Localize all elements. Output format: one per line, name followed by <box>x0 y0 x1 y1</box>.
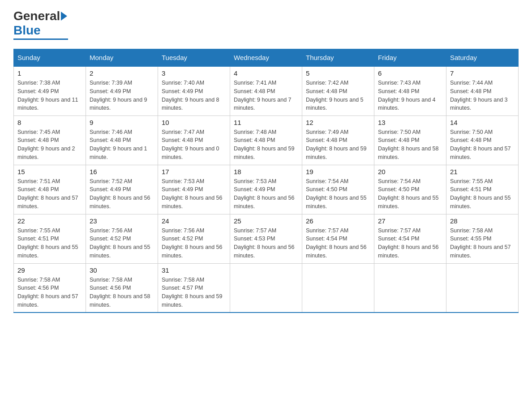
calendar-cell: 4 Sunrise: 7:41 AMSunset: 4:48 PMDayligh… <box>230 66 302 116</box>
weekday-header-row: SundayMondayTuesdayWednesdayThursdayFrid… <box>14 49 519 67</box>
weekday-header-sunday: Sunday <box>14 49 86 67</box>
calendar-cell: 29 Sunrise: 7:58 AMSunset: 4:56 PMDaylig… <box>14 263 86 313</box>
day-number: 29 <box>17 266 82 274</box>
calendar-cell: 15 Sunrise: 7:51 AMSunset: 4:48 PMDaylig… <box>14 165 86 214</box>
day-info: Sunrise: 7:55 AMSunset: 4:51 PMDaylight:… <box>450 177 515 211</box>
weekday-header-thursday: Thursday <box>302 49 374 67</box>
day-number: 14 <box>450 119 515 126</box>
calendar-week-row: 29 Sunrise: 7:58 AMSunset: 4:56 PMDaylig… <box>14 263 519 313</box>
day-number: 19 <box>306 168 370 176</box>
day-info: Sunrise: 7:52 AMSunset: 4:49 PMDaylight:… <box>90 177 154 211</box>
day-info: Sunrise: 7:53 AMSunset: 4:49 PMDaylight:… <box>162 177 226 211</box>
calendar-cell: 21 Sunrise: 7:55 AMSunset: 4:51 PMDaylig… <box>446 165 519 214</box>
weekday-header-friday: Friday <box>374 49 446 67</box>
day-number: 24 <box>162 217 226 225</box>
day-info: Sunrise: 7:38 AMSunset: 4:49 PMDaylight:… <box>17 79 82 112</box>
page-header: General Blue <box>13 9 519 40</box>
calendar-cell: 10 Sunrise: 7:47 AMSunset: 4:48 PMDaylig… <box>158 116 230 165</box>
day-info: Sunrise: 7:54 AMSunset: 4:50 PMDaylight:… <box>378 177 442 211</box>
day-number: 23 <box>90 217 154 225</box>
day-info: Sunrise: 7:58 AMSunset: 4:57 PMDaylight:… <box>162 276 226 309</box>
calendar-cell: 24 Sunrise: 7:56 AMSunset: 4:52 PMDaylig… <box>158 214 230 263</box>
day-number: 10 <box>162 119 226 126</box>
weekday-header-tuesday: Tuesday <box>158 49 230 67</box>
logo-general-text: General <box>13 9 60 23</box>
calendar-cell: 20 Sunrise: 7:54 AMSunset: 4:50 PMDaylig… <box>374 165 446 214</box>
day-number: 11 <box>234 119 298 126</box>
calendar-cell: 5 Sunrise: 7:42 AMSunset: 4:48 PMDayligh… <box>302 66 374 116</box>
day-number: 9 <box>90 119 154 126</box>
day-info: Sunrise: 7:42 AMSunset: 4:48 PMDaylight:… <box>306 79 370 112</box>
day-number: 8 <box>17 119 82 126</box>
day-number: 2 <box>90 69 154 77</box>
day-number: 22 <box>17 217 82 225</box>
day-number: 21 <box>450 168 515 176</box>
day-number: 30 <box>90 266 154 274</box>
calendar-week-row: 1 Sunrise: 7:38 AMSunset: 4:49 PMDayligh… <box>14 66 519 116</box>
weekday-header-monday: Monday <box>86 49 158 67</box>
calendar-cell: 1 Sunrise: 7:38 AMSunset: 4:49 PMDayligh… <box>14 66 86 116</box>
day-info: Sunrise: 7:39 AMSunset: 4:49 PMDaylight:… <box>90 79 154 112</box>
calendar-cell: 3 Sunrise: 7:40 AMSunset: 4:49 PMDayligh… <box>158 66 230 116</box>
day-number: 12 <box>306 119 370 126</box>
day-number: 20 <box>378 168 442 176</box>
day-info: Sunrise: 7:57 AMSunset: 4:53 PMDaylight:… <box>234 227 298 260</box>
day-info: Sunrise: 7:58 AMSunset: 4:55 PMDaylight:… <box>450 227 515 260</box>
day-number: 18 <box>234 168 298 176</box>
day-info: Sunrise: 7:41 AMSunset: 4:48 PMDaylight:… <box>234 79 298 112</box>
day-number: 13 <box>378 119 442 126</box>
calendar-cell: 6 Sunrise: 7:43 AMSunset: 4:48 PMDayligh… <box>374 66 446 116</box>
day-number: 5 <box>306 69 370 77</box>
day-number: 3 <box>162 69 226 77</box>
calendar-cell: 12 Sunrise: 7:49 AMSunset: 4:48 PMDaylig… <box>302 116 374 165</box>
calendar-week-row: 8 Sunrise: 7:45 AMSunset: 4:48 PMDayligh… <box>14 116 519 165</box>
day-info: Sunrise: 7:58 AMSunset: 4:56 PMDaylight:… <box>90 276 154 309</box>
day-info: Sunrise: 7:56 AMSunset: 4:52 PMDaylight:… <box>162 227 226 260</box>
calendar-cell <box>446 263 519 313</box>
calendar-week-row: 22 Sunrise: 7:55 AMSunset: 4:51 PMDaylig… <box>14 214 519 263</box>
day-number: 31 <box>162 266 226 274</box>
logo: General Blue <box>13 9 68 40</box>
day-number: 25 <box>234 217 298 225</box>
calendar-cell: 17 Sunrise: 7:53 AMSunset: 4:49 PMDaylig… <box>158 165 230 214</box>
day-info: Sunrise: 7:57 AMSunset: 4:54 PMDaylight:… <box>378 227 442 260</box>
day-info: Sunrise: 7:57 AMSunset: 4:54 PMDaylight:… <box>306 227 370 260</box>
calendar-cell: 23 Sunrise: 7:56 AMSunset: 4:52 PMDaylig… <box>86 214 158 263</box>
day-number: 17 <box>162 168 226 176</box>
day-info: Sunrise: 7:45 AMSunset: 4:48 PMDaylight:… <box>17 128 82 162</box>
calendar-cell: 7 Sunrise: 7:44 AMSunset: 4:48 PMDayligh… <box>446 66 519 116</box>
day-number: 4 <box>234 69 298 77</box>
day-info: Sunrise: 7:44 AMSunset: 4:48 PMDaylight:… <box>450 79 515 112</box>
calendar-cell: 31 Sunrise: 7:58 AMSunset: 4:57 PMDaylig… <box>158 263 230 313</box>
calendar-cell: 19 Sunrise: 7:54 AMSunset: 4:50 PMDaylig… <box>302 165 374 214</box>
calendar-cell: 27 Sunrise: 7:57 AMSunset: 4:54 PMDaylig… <box>374 214 446 263</box>
calendar-week-row: 15 Sunrise: 7:51 AMSunset: 4:48 PMDaylig… <box>14 165 519 214</box>
day-info: Sunrise: 7:49 AMSunset: 4:48 PMDaylight:… <box>306 128 370 162</box>
day-info: Sunrise: 7:53 AMSunset: 4:49 PMDaylight:… <box>234 177 298 211</box>
day-number: 7 <box>450 69 515 77</box>
calendar-cell <box>374 263 446 313</box>
calendar-cell: 9 Sunrise: 7:46 AMSunset: 4:48 PMDayligh… <box>86 116 158 165</box>
logo-arrow-icon <box>61 12 67 21</box>
calendar-cell: 14 Sunrise: 7:50 AMSunset: 4:48 PMDaylig… <box>446 116 519 165</box>
day-number: 1 <box>17 69 82 77</box>
day-number: 15 <box>17 168 82 176</box>
day-info: Sunrise: 7:43 AMSunset: 4:48 PMDaylight:… <box>378 79 442 112</box>
weekday-header-saturday: Saturday <box>446 49 519 67</box>
day-number: 16 <box>90 168 154 176</box>
day-info: Sunrise: 7:46 AMSunset: 4:48 PMDaylight:… <box>90 128 154 162</box>
calendar-table: SundayMondayTuesdayWednesdayThursdayFrid… <box>13 49 519 313</box>
day-info: Sunrise: 7:47 AMSunset: 4:48 PMDaylight:… <box>162 128 226 162</box>
day-info: Sunrise: 7:54 AMSunset: 4:50 PMDaylight:… <box>306 177 370 211</box>
day-number: 27 <box>378 217 442 225</box>
calendar-cell: 28 Sunrise: 7:58 AMSunset: 4:55 PMDaylig… <box>446 214 519 263</box>
day-info: Sunrise: 7:56 AMSunset: 4:52 PMDaylight:… <box>90 227 154 260</box>
calendar-cell: 13 Sunrise: 7:50 AMSunset: 4:48 PMDaylig… <box>374 116 446 165</box>
day-info: Sunrise: 7:40 AMSunset: 4:49 PMDaylight:… <box>162 79 226 112</box>
day-info: Sunrise: 7:50 AMSunset: 4:48 PMDaylight:… <box>450 128 515 162</box>
calendar-cell: 25 Sunrise: 7:57 AMSunset: 4:53 PMDaylig… <box>230 214 302 263</box>
logo-underline <box>13 39 68 40</box>
calendar-cell <box>230 263 302 313</box>
day-info: Sunrise: 7:55 AMSunset: 4:51 PMDaylight:… <box>17 227 82 260</box>
calendar-cell: 8 Sunrise: 7:45 AMSunset: 4:48 PMDayligh… <box>14 116 86 165</box>
